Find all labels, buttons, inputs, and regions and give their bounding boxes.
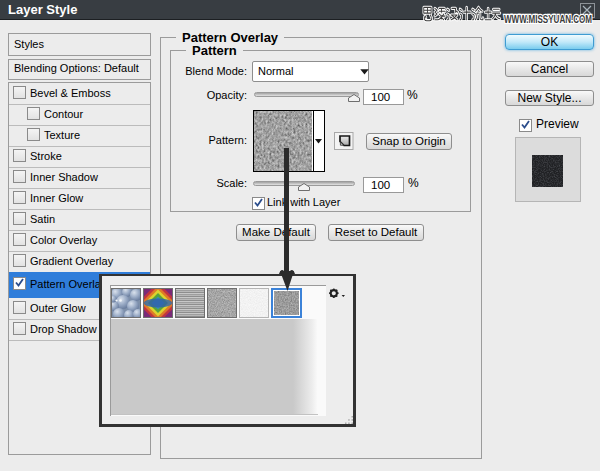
svg-text:WWW.MISSYUAN.COM: WWW.MISSYUAN.COM xyxy=(504,13,592,25)
